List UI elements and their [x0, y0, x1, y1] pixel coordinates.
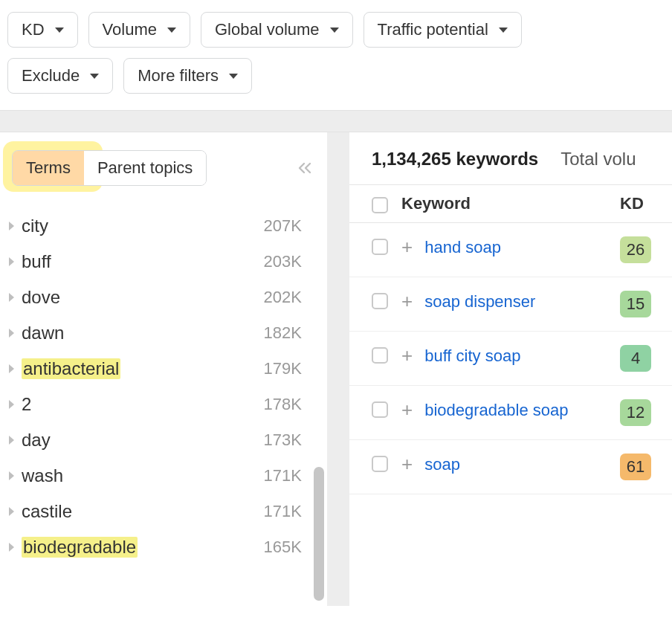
keyword-link[interactable]: buff city soap [424, 345, 520, 367]
expand-icon [9, 364, 14, 373]
filter-kd-label: KD [22, 20, 45, 39]
table-body: +hand soap26+soap dispenser15+buff city … [349, 223, 672, 494]
total-volume-label: Total volu [560, 149, 636, 170]
term-label: buff [22, 251, 51, 272]
main-area: Terms Parent topics city207Kbuff203Kdove… [0, 132, 672, 606]
filter-volume-label: Volume [103, 20, 157, 39]
caret-down-icon [499, 28, 508, 33]
table-row: +buff city soap4 [349, 332, 672, 386]
expand-icon [9, 543, 14, 552]
term-label: dawn [22, 323, 64, 343]
term-count: 171K [264, 466, 302, 485]
term-label: biodegradable [22, 537, 138, 558]
filter-traffic-potential[interactable]: Traffic potential [364, 12, 522, 48]
caret-down-icon [229, 74, 238, 79]
add-keyword-icon[interactable]: + [401, 291, 413, 311]
header-kd[interactable]: KD [620, 194, 672, 213]
collapse-sidebar-icon[interactable] [296, 159, 314, 177]
filter-global-volume-label: Global volume [215, 20, 320, 39]
row-checkbox[interactable] [372, 239, 388, 255]
term-count: 178K [264, 395, 302, 414]
term-row[interactable]: biodegradable165K [7, 529, 302, 565]
keywords-count: 1,134,265 keywords [372, 149, 538, 170]
term-row[interactable]: city207K [7, 208, 302, 244]
term-row[interactable]: castile171K [7, 494, 302, 529]
term-count: 202K [264, 288, 302, 307]
keyword-link[interactable]: biodegradable soap [424, 399, 568, 422]
filter-global-volume[interactable]: Global volume [201, 12, 353, 48]
term-row[interactable]: dove202K [7, 280, 302, 315]
add-keyword-icon[interactable]: + [401, 400, 413, 419]
keywords-summary: 1,134,265 keywords Total volu [349, 149, 672, 184]
filters-bar-2: Exclude More filters [0, 48, 672, 94]
add-keyword-icon[interactable]: + [401, 346, 413, 365]
add-keyword-icon[interactable]: + [401, 237, 413, 256]
expand-icon [9, 293, 14, 302]
table-row: +biodegradable soap12 [349, 386, 672, 440]
header-keyword[interactable]: Keyword [401, 194, 620, 213]
filter-volume[interactable]: Volume [88, 12, 190, 48]
kd-badge: 12 [620, 399, 651, 426]
term-row[interactable]: antibacterial179K [7, 351, 302, 387]
select-all-checkbox[interactable] [372, 197, 388, 213]
terms-sidebar: Terms Parent topics city207Kbuff203Kdove… [0, 132, 327, 606]
filter-more-label: More filters [138, 66, 219, 85]
sidebar-scrollbar-thumb[interactable] [314, 467, 324, 601]
term-label: antibacterial [22, 358, 120, 379]
tab-parent-topics[interactable]: Parent topics [84, 151, 206, 185]
table-row: +hand soap26 [349, 223, 672, 277]
expand-icon [9, 400, 14, 409]
kd-badge: 4 [620, 345, 651, 372]
keyword-link[interactable]: soap [424, 454, 460, 476]
expand-icon [9, 471, 14, 480]
term-list: city207Kbuff203Kdove202Kdawn182Kantibact… [7, 208, 320, 565]
sidebar-tabs-highlight: Terms Parent topics [7, 146, 211, 190]
term-row[interactable]: 2178K [7, 387, 302, 422]
term-label: day [22, 430, 51, 451]
keyword-link[interactable]: hand soap [424, 236, 501, 259]
caret-down-icon [90, 74, 99, 79]
row-checkbox[interactable] [372, 293, 388, 309]
term-label: 2 [22, 394, 31, 415]
filter-kd[interactable]: KD [7, 12, 78, 48]
filter-exclude[interactable]: Exclude [7, 58, 113, 94]
term-row[interactable]: wash171K [7, 458, 302, 494]
caret-down-icon [167, 28, 176, 33]
sidebar-scrollbar-track[interactable] [314, 184, 324, 598]
table-header: Keyword KD [349, 184, 672, 223]
filter-traffic-potential-label: Traffic potential [378, 20, 488, 39]
term-row[interactable]: day173K [7, 422, 302, 458]
expand-icon [9, 436, 14, 445]
add-keyword-icon[interactable]: + [401, 454, 413, 474]
separator-band [0, 110, 672, 132]
sidebar-segmented-control: Terms Parent topics [12, 150, 207, 186]
table-row: +soap dispenser15 [349, 277, 672, 332]
term-count: 173K [264, 430, 302, 450]
filter-more[interactable]: More filters [123, 58, 252, 94]
caret-down-icon [55, 28, 64, 33]
keyword-link[interactable]: soap dispenser [424, 291, 535, 313]
filters-bar: KD Volume Global volume Traffic potentia… [0, 0, 672, 48]
table-row: +soap61 [349, 440, 672, 494]
row-checkbox[interactable] [372, 401, 388, 418]
term-count: 171K [264, 502, 302, 521]
term-count: 182K [264, 323, 302, 343]
term-row[interactable]: dawn182K [7, 315, 302, 351]
term-label: castile [22, 501, 72, 522]
row-checkbox[interactable] [372, 456, 388, 472]
term-count: 179K [264, 359, 302, 378]
term-label: city [22, 216, 48, 236]
term-count: 207K [264, 216, 302, 236]
kd-badge: 15 [620, 291, 651, 317]
sidebar-tabs-row: Terms Parent topics [7, 146, 320, 190]
term-label: wash [22, 465, 63, 486]
row-checkbox[interactable] [372, 347, 388, 364]
term-count: 203K [264, 252, 302, 271]
kd-badge: 26 [620, 236, 651, 263]
tab-terms[interactable]: Terms [13, 151, 84, 185]
term-row[interactable]: buff203K [7, 244, 302, 280]
term-label: dove [22, 287, 60, 308]
term-count: 165K [264, 538, 302, 557]
kd-badge: 61 [620, 454, 651, 480]
expand-icon [9, 257, 14, 266]
